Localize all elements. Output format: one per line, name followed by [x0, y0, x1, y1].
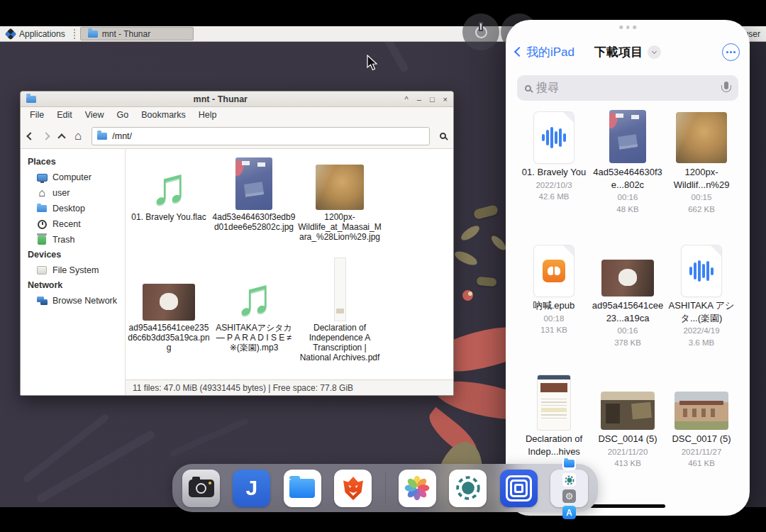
search-button[interactable] — [440, 133, 446, 139]
power-button[interactable] — [462, 13, 499, 50]
taskbar-window-button[interactable]: mnt - Thunar — [80, 27, 194, 40]
folder-icon — [289, 479, 315, 498]
maximize-button[interactable]: □ — [430, 95, 435, 104]
sidebar-item-trash[interactable]: Trash — [21, 232, 125, 248]
desktop-art-fern — [35, 429, 157, 504]
chevron-left-icon — [514, 47, 524, 57]
minimize-button[interactable]: – — [417, 95, 421, 104]
brave-browser-icon[interactable] — [334, 470, 372, 507]
path-folder-icon — [97, 133, 107, 140]
file-item[interactable]: 1200px-Wildlif...n%29 00:15 662 KB — [665, 104, 738, 215]
file-item[interactable]: 4ad53e464630f3e...802c 00:16 48 KB — [591, 104, 665, 215]
sidebar-item-user[interactable]: ⌂ user — [21, 185, 125, 201]
desktop-art-leaf — [453, 248, 479, 267]
thunar-window: mnt - Thunar ^ – □ × File Edit View Go B… — [20, 91, 454, 396]
menu-view[interactable]: View — [79, 107, 111, 123]
applications-menu-button[interactable]: Applications — [0, 26, 72, 41]
files-app-icon[interactable] — [284, 470, 321, 507]
thunar-file-grid: ♫ 01. Bravely You.flac 4ad53e464630f3edb… — [126, 149, 453, 379]
image-thumbnail — [601, 260, 654, 297]
file-item[interactable]: ASHITAKA アシタ...(楽園) 2022/4/19 3.6 MB — [665, 237, 738, 348]
music-note-icon: ♫ — [150, 162, 188, 210]
home-indicator[interactable] — [590, 504, 665, 508]
back-button[interactable]: 我的iPad — [516, 44, 574, 60]
j-note-app-icon[interactable]: J — [233, 470, 270, 507]
applications-menu-label: Applications — [19, 29, 65, 39]
back-button[interactable] — [28, 133, 33, 139]
image-thumbnail — [235, 157, 272, 210]
dashed-circle-icon — [453, 472, 484, 504]
dashed-circle-app-icon[interactable] — [449, 470, 487, 507]
sidebar-item-recent[interactable]: Recent — [21, 216, 125, 232]
sidebar-item-browse-network[interactable]: Browse Network — [21, 293, 125, 309]
file-item[interactable]: 4ad53e464630f3edb9d01dee6e52802c.jpg — [212, 150, 296, 232]
menu-file[interactable]: File — [23, 107, 50, 123]
shade-button[interactable]: ^ — [405, 95, 409, 104]
dock-divider — [385, 472, 386, 504]
sidebar-item-desktop[interactable]: Desktop — [21, 201, 125, 216]
file-item[interactable]: DSC_0014 (5) 2021/11/20 413 KB — [591, 370, 665, 469]
desktop-art-berry — [462, 290, 473, 301]
app-folder-icon[interactable]: ⚙ A — [550, 470, 588, 507]
file-item[interactable]: ♫ ASHITAKAアシタカ — P A R A D I S E ≠ ※(楽園)… — [212, 255, 296, 353]
file-item[interactable]: ad95a415641cee235d6c6b3dd35a19ca.png — [127, 255, 211, 353]
pdf-thumbnail — [538, 375, 570, 430]
book-icon — [543, 260, 565, 282]
sidebar-item-computer[interactable]: Computer — [21, 170, 125, 185]
file-item[interactable]: 1200px-Wildlife_at_Maasai_Mara_%28Lion%2… — [298, 150, 382, 242]
files-app-window: 我的iPad 下載項目 搜尋 01. Bravely You 2022/10/3… — [506, 20, 750, 516]
mini-settings-icon: ⚙ — [562, 489, 576, 503]
concentric-squares-app-icon[interactable] — [500, 470, 538, 507]
home-button[interactable]: ⌂ — [74, 130, 82, 142]
desktop-art-berry-highlight — [468, 292, 472, 296]
camera-app-icon[interactable] — [182, 470, 220, 507]
epub-file-icon — [534, 245, 574, 297]
menu-edit[interactable]: Edit — [50, 107, 79, 123]
sidebar-item-file-system[interactable]: File System — [21, 262, 125, 278]
chevron-down-icon — [652, 48, 657, 53]
close-button[interactable]: × — [443, 95, 448, 104]
devices-header: Devices — [21, 248, 125, 262]
brave-lion-icon — [338, 472, 369, 504]
file-item[interactable]: 01. Bravely You 2022/10/3 42.6 MB — [517, 104, 591, 202]
more-options-button[interactable] — [722, 43, 740, 61]
search-placeholder: 搜尋 — [536, 81, 716, 96]
desktop-art-leaf — [459, 223, 482, 243]
slideover-handle[interactable] — [619, 26, 636, 29]
xfce-logo-icon — [5, 28, 17, 40]
file-item[interactable]: ad95a415641cee23...a19ca 00:16 378 KB — [591, 237, 665, 348]
image-thumbnail — [675, 392, 728, 430]
file-item[interactable]: ♫ 01. Bravely You.flac — [127, 150, 211, 222]
file-item[interactable]: Declaration of Indep...hives — [517, 370, 591, 460]
file-item[interactable]: Declaration of Independence A Transcript… — [298, 255, 382, 363]
network-header: Network — [21, 278, 125, 293]
menu-bookmarks[interactable]: Bookmarks — [135, 107, 192, 123]
path-input[interactable]: /mnt/ — [91, 127, 430, 145]
camera-icon — [189, 480, 214, 497]
title-dropdown-button[interactable] — [648, 45, 661, 59]
image-thumbnail — [609, 110, 646, 163]
microphone-icon[interactable] — [721, 82, 731, 95]
files-nav-bar: 我的iPad 下載項目 — [506, 37, 750, 67]
photos-app-icon[interactable] — [399, 470, 436, 507]
trash-icon — [36, 234, 48, 245]
audio-file-icon — [682, 245, 721, 297]
file-item[interactable]: DSC_0017 (5) 2021/11/27 461 KB — [665, 370, 738, 469]
photos-flower-icon — [402, 473, 432, 503]
up-button[interactable] — [59, 132, 65, 140]
taskbar-window-label: mnt - Thunar — [102, 29, 150, 39]
nested-squares-icon — [506, 475, 532, 501]
menu-help[interactable]: Help — [192, 107, 223, 123]
thunar-toolbar: ⌂ /mnt/ — [21, 123, 453, 149]
mouse-cursor — [367, 55, 379, 74]
audio-file-icon — [534, 112, 574, 163]
clock-icon — [36, 218, 48, 230]
file-item[interactable]: 吶喊.epub 00:18 131 KB — [517, 237, 591, 336]
search-field[interactable]: 搜尋 — [517, 75, 738, 101]
forward-button[interactable] — [43, 133, 49, 139]
thunar-titlebar[interactable]: mnt - Thunar ^ – □ × — [21, 92, 453, 107]
mini-dashed-circle-icon — [562, 473, 576, 487]
desktop-art-fern — [169, 417, 249, 458]
menu-go[interactable]: Go — [111, 107, 135, 123]
desktop-art-leaf — [477, 277, 497, 287]
